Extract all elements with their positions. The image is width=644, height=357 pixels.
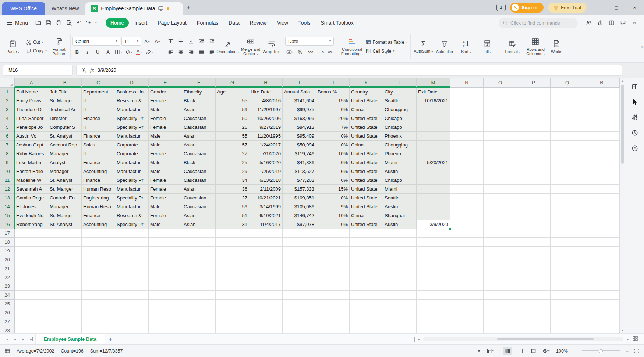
cell-D14[interactable]: Manufactur: [115, 202, 149, 211]
cell-I1[interactable]: Annual Sala: [283, 88, 316, 96]
cell-K21[interactable]: [350, 264, 383, 273]
row-header-20[interactable]: 20: [0, 255, 15, 264]
cell-A4[interactable]: Luna Sander: [15, 114, 48, 123]
menu-tab-tools[interactable]: Tools: [294, 18, 315, 28]
cell-O12[interactable]: [484, 185, 517, 194]
font-size-select[interactable]: 11▾: [121, 37, 141, 46]
cell-M6[interactable]: [417, 132, 450, 141]
cell-B7[interactable]: Account Rep: [48, 141, 82, 149]
cell-D13[interactable]: Speciality Pr: [115, 194, 149, 202]
align-left-button[interactable]: [166, 48, 175, 56]
cell-Q3[interactable]: [551, 105, 584, 114]
cell-G7[interactable]: 57: [216, 141, 249, 149]
cell-K23[interactable]: [350, 282, 383, 291]
row-header-13[interactable]: 13: [0, 194, 15, 202]
cell-L14[interactable]: Austin: [383, 202, 417, 211]
cell-G24[interactable]: [216, 291, 249, 300]
cell-D21[interactable]: [115, 264, 149, 273]
cell-K7[interactable]: China: [350, 141, 383, 149]
cell-Q8[interactable]: [551, 149, 584, 158]
cell-C8[interactable]: IT: [82, 149, 115, 158]
cell-A24[interactable]: [15, 291, 48, 300]
undo-button[interactable]: ↶: [77, 20, 81, 26]
cell-R6[interactable]: [584, 132, 620, 141]
cell-P12[interactable]: [517, 185, 551, 194]
cell-A22[interactable]: [15, 273, 48, 282]
cell-I18[interactable]: [283, 238, 316, 247]
cell-H14[interactable]: 3/14/1999: [249, 202, 283, 211]
quick-access-dropdown-icon[interactable]: ▾: [95, 21, 97, 24]
cell-G20[interactable]: [216, 255, 249, 264]
cell-A2[interactable]: Emily Davis: [15, 96, 48, 105]
cell-P23[interactable]: [517, 282, 551, 291]
cell-G16[interactable]: 31: [216, 220, 249, 229]
cell-F8[interactable]: Caucasian: [182, 149, 216, 158]
document-tab[interactable]: S Employee Sample Data: [85, 2, 183, 15]
row-header-24[interactable]: 24: [0, 291, 15, 300]
cell-N11[interactable]: [450, 176, 484, 185]
menu-tab-smart-toolbox[interactable]: Smart Toolbox: [316, 18, 358, 28]
cell-M16[interactable]: 3/9/2020: [417, 220, 450, 229]
cell-P15[interactable]: [517, 211, 551, 220]
cell-E24[interactable]: [149, 291, 182, 300]
cell-D24[interactable]: [115, 291, 149, 300]
cell-Q20[interactable]: [551, 255, 584, 264]
sign-in-button[interactable]: Sign in: [510, 3, 543, 13]
cell-O24[interactable]: [484, 291, 517, 300]
cell-H12[interactable]: 2/11/2009: [249, 185, 283, 194]
cell-B8[interactable]: Manager: [48, 149, 82, 158]
cell-K13[interactable]: United State: [350, 194, 383, 202]
scroll-down-arrow[interactable]: ▾: [620, 328, 625, 333]
cell-N7[interactable]: [450, 141, 484, 149]
cell-M4[interactable]: [417, 114, 450, 123]
cell-G26[interactable]: [216, 308, 249, 317]
cell-R21[interactable]: [584, 264, 620, 273]
strikethrough-button[interactable]: A: [103, 48, 113, 56]
menu-tab-data[interactable]: Data: [224, 18, 244, 28]
cell-F11[interactable]: Caucasian: [182, 176, 216, 185]
cell-M5[interactable]: [417, 123, 450, 132]
cell-G27[interactable]: [216, 317, 249, 326]
cell-I26[interactable]: [283, 308, 316, 317]
zoom-in-button[interactable]: +: [624, 348, 630, 354]
cell-B26[interactable]: [48, 308, 82, 317]
cell-M9[interactable]: 5/20/2021: [417, 158, 450, 167]
cell-M23[interactable]: [417, 282, 450, 291]
page-break-view-button[interactable]: [529, 347, 538, 355]
cell-R5[interactable]: [584, 123, 620, 132]
cell-P10[interactable]: [517, 167, 551, 176]
cell-N16[interactable]: [450, 220, 484, 229]
cell-K11[interactable]: United State: [350, 176, 383, 185]
percent-style-button[interactable]: %: [296, 48, 305, 56]
cell-R24[interactable]: [584, 291, 620, 300]
cell-C28[interactable]: [82, 326, 115, 333]
cell-D22[interactable]: [115, 273, 149, 282]
cell-L16[interactable]: Austin: [383, 220, 417, 229]
cell-A12[interactable]: Savannah A: [15, 185, 48, 194]
cell-P2[interactable]: [517, 96, 551, 105]
cell-F14[interactable]: Caucasian: [182, 202, 216, 211]
cell-D20[interactable]: [115, 255, 149, 264]
cell-H25[interactable]: [249, 300, 283, 308]
cell-N1[interactable]: [450, 88, 484, 96]
format-painter-button[interactable]: Format Painter: [49, 36, 68, 57]
decrease-indent-button[interactable]: [197, 37, 206, 46]
cell-E18[interactable]: [149, 238, 182, 247]
cell-M22[interactable]: [417, 273, 450, 282]
number-format-select[interactable]: Date▾: [285, 37, 334, 46]
cell-F7[interactable]: Asian: [182, 141, 216, 149]
cell-N21[interactable]: [450, 264, 484, 273]
cell-D18[interactable]: [115, 238, 149, 247]
sort-button[interactable]: AZ Sort ▾: [455, 38, 477, 55]
cell-M3[interactable]: [417, 105, 450, 114]
cell-C22[interactable]: [82, 273, 115, 282]
horizontal-scrollbar[interactable]: [423, 337, 623, 341]
cell-A28[interactable]: [15, 326, 48, 333]
cell-K26[interactable]: [350, 308, 383, 317]
cell-N24[interactable]: [450, 291, 484, 300]
column-header-N[interactable]: N: [450, 78, 484, 88]
cell-H3[interactable]: 11/29/1997: [249, 105, 283, 114]
cell-H19[interactable]: [249, 247, 283, 255]
cell-R8[interactable]: [584, 149, 620, 158]
cell-R13[interactable]: [584, 194, 620, 202]
